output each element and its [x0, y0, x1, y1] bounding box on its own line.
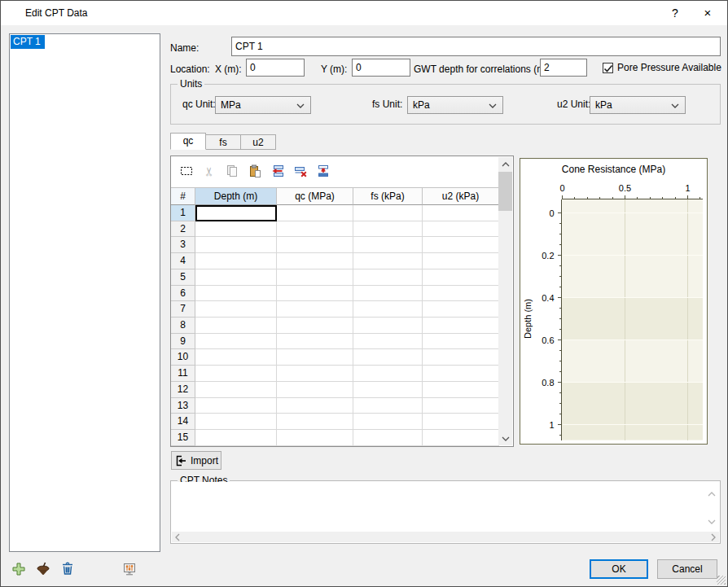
table-cell[interactable]: [423, 269, 499, 286]
table-cell[interactable]: [277, 253, 353, 269]
table-cell[interactable]: [353, 349, 423, 366]
scrollbar-thumb[interactable]: [498, 172, 512, 211]
row-header[interactable]: 10: [171, 349, 195, 366]
table-cell[interactable]: [353, 237, 423, 253]
row-header[interactable]: 9: [171, 334, 195, 350]
tab-qc[interactable]: qc: [170, 133, 206, 150]
table-cell[interactable]: [423, 414, 499, 430]
row-header[interactable]: 11: [171, 366, 195, 382]
cpt-list[interactable]: CPT 1: [9, 33, 160, 552]
column-header[interactable]: u2 (kPa): [423, 187, 499, 205]
table-cell[interactable]: [353, 334, 423, 350]
ok-button[interactable]: OK: [590, 559, 648, 579]
table-cell[interactable]: [353, 253, 423, 269]
table-cell[interactable]: [195, 205, 277, 221]
table-cell[interactable]: [353, 366, 423, 382]
notes-horizontal-scrollbar[interactable]: [172, 532, 719, 542]
notes-scroll-up-icon[interactable]: [708, 488, 716, 499]
table-cell[interactable]: [195, 349, 277, 366]
row-header[interactable]: 8: [171, 318, 195, 334]
table-cell[interactable]: [195, 301, 277, 318]
close-button[interactable]: ×: [695, 1, 721, 25]
table-cell[interactable]: [423, 349, 499, 366]
table-cell[interactable]: [277, 286, 353, 302]
copy-icon[interactable]: [225, 164, 239, 178]
row-header[interactable]: 14: [171, 414, 195, 430]
add-cpt-button[interactable]: [11, 561, 26, 576]
table-cell[interactable]: [353, 221, 423, 238]
column-header[interactable]: Depth (m): [195, 187, 277, 205]
table-cell[interactable]: [423, 318, 499, 334]
cpt-notes-textarea[interactable]: [172, 482, 719, 532]
row-header[interactable]: 15: [171, 430, 195, 446]
row-header[interactable]: 5: [171, 269, 195, 286]
row-header[interactable]: 3: [171, 237, 195, 253]
table-cell[interactable]: [277, 221, 353, 238]
table-cell[interactable]: [195, 382, 277, 398]
table-cell[interactable]: [423, 382, 499, 398]
column-header[interactable]: fs (kPa): [353, 187, 423, 205]
table-cell[interactable]: [423, 301, 499, 318]
gwt-input[interactable]: 2: [540, 59, 587, 77]
table-cell[interactable]: [195, 269, 277, 286]
notes-scroll-down-icon[interactable]: [708, 515, 716, 527]
table-cell[interactable]: [195, 414, 277, 430]
table-cell[interactable]: [423, 286, 499, 302]
table-cell[interactable]: [277, 205, 353, 221]
row-header[interactable]: 7: [171, 301, 195, 318]
table-cell[interactable]: [353, 205, 423, 221]
table-cell[interactable]: [423, 334, 499, 350]
table-cell[interactable]: [353, 301, 423, 318]
table-cell[interactable]: [195, 366, 277, 382]
help-button[interactable]: ?: [662, 1, 688, 25]
table-cell[interactable]: [277, 318, 353, 334]
scroll-down-icon[interactable]: [498, 431, 512, 445]
table-cell[interactable]: [423, 237, 499, 253]
table-cell[interactable]: [353, 430, 423, 446]
delete-row-icon[interactable]: [293, 164, 307, 178]
table-cell[interactable]: [277, 382, 353, 398]
chart-settings-button[interactable]: [121, 561, 137, 576]
table-cell[interactable]: [277, 430, 353, 446]
cut-icon[interactable]: ✂: [202, 164, 216, 178]
insert-row-icon[interactable]: [270, 164, 284, 178]
table-cell[interactable]: [277, 334, 353, 350]
scroll-left-icon[interactable]: [175, 533, 180, 541]
table-cell[interactable]: [353, 286, 423, 302]
scroll-right-icon[interactable]: [711, 533, 716, 541]
u2-unit-select[interactable]: kPa: [590, 96, 686, 114]
table-cell[interactable]: [423, 366, 499, 382]
table-cell[interactable]: [423, 430, 499, 446]
table-cell[interactable]: [353, 318, 423, 334]
table-cell[interactable]: [423, 398, 499, 414]
table-cell[interactable]: [277, 237, 353, 253]
table-cell[interactable]: [195, 253, 277, 269]
fs-unit-select[interactable]: kPa: [407, 96, 503, 114]
pore-pressure-checkbox[interactable]: Pore Pressure Available: [603, 62, 721, 73]
tab-fs[interactable]: fs: [205, 134, 241, 150]
column-header[interactable]: #: [171, 187, 195, 205]
column-header[interactable]: qc (MPa): [277, 187, 353, 205]
row-header[interactable]: 4: [171, 253, 195, 269]
cpt-cone-button[interactable]: [35, 561, 50, 576]
table-cell[interactable]: [277, 349, 353, 366]
tab-u2[interactable]: u2: [240, 134, 276, 150]
delete-cpt-button[interactable]: [59, 560, 75, 576]
table-cell[interactable]: [353, 414, 423, 430]
table-cell[interactable]: [195, 318, 277, 334]
table-cell[interactable]: [195, 221, 277, 238]
select-region-icon[interactable]: [179, 164, 193, 178]
scroll-up-icon[interactable]: [498, 157, 512, 171]
table-vertical-scrollbar[interactable]: [498, 157, 512, 445]
cpt-list-item[interactable]: CPT 1: [11, 35, 45, 49]
row-header[interactable]: 13: [171, 398, 195, 414]
table-cell[interactable]: [195, 286, 277, 302]
table-cell[interactable]: [277, 414, 353, 430]
row-header[interactable]: 12: [171, 382, 195, 398]
row-header[interactable]: 1: [171, 205, 195, 221]
y-input[interactable]: 0: [352, 59, 410, 77]
x-input[interactable]: 0: [246, 59, 305, 77]
table-cell[interactable]: [277, 301, 353, 318]
table-cell[interactable]: [423, 221, 499, 238]
table-cell[interactable]: [353, 382, 423, 398]
